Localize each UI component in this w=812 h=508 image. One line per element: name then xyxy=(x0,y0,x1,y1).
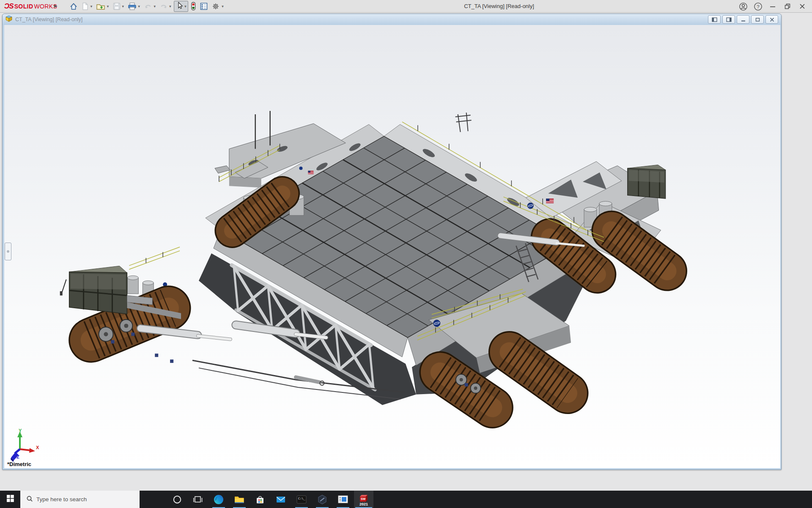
solidworks-logo-mark: ϽS xyxy=(4,2,14,11)
dropdown-arrow-icon[interactable]: ▼ xyxy=(169,5,172,8)
menu-flyout-arrow-icon[interactable]: ▶ xyxy=(54,3,58,8)
search-icon xyxy=(26,495,33,504)
doc-close-button[interactable] xyxy=(765,15,778,24)
windows-logo-icon xyxy=(7,495,14,504)
taskbar-app-edge[interactable] xyxy=(209,491,228,508)
print-icon xyxy=(127,2,137,11)
redo-icon xyxy=(159,2,168,11)
taskbar-app-task-view[interactable] xyxy=(188,491,208,508)
select-tool-button[interactable]: ▼ xyxy=(174,1,189,12)
cmd-prompt-text: C:\_ xyxy=(298,497,306,500)
restore-button[interactable] xyxy=(782,1,793,12)
taskbar-app-cortana[interactable] xyxy=(167,491,187,508)
app-background: CT_TA [Viewing] [Read-only] xyxy=(0,13,812,491)
pane-right-button[interactable] xyxy=(722,15,735,24)
quick-access-toolbar: ▼ ▼ ▼ ▼ ▼ ▼ ▼ ▼ xyxy=(68,0,225,13)
open-folder-icon xyxy=(96,2,106,11)
save-button[interactable]: ▼ xyxy=(111,0,126,12)
open-button[interactable]: ▼ xyxy=(94,0,111,12)
performance-evaluation-button[interactable] xyxy=(189,0,198,12)
new-document-icon xyxy=(81,2,89,11)
solidworks-logo: ϽS SOLIDWORKS xyxy=(4,0,57,13)
save-icon xyxy=(112,2,121,11)
close-button[interactable] xyxy=(797,1,808,12)
taskbar-app-hexagon[interactable] xyxy=(313,491,332,508)
solidworks-year-badge: 2021 xyxy=(359,502,368,506)
display-pane-icon xyxy=(199,2,208,11)
start-button[interactable] xyxy=(0,491,20,508)
dropdown-arrow-icon[interactable]: ▼ xyxy=(90,5,93,8)
print-button[interactable]: ▼ xyxy=(126,0,142,12)
doc-minimize-button[interactable] xyxy=(737,15,749,24)
traffic-light-icon xyxy=(190,1,197,11)
taskbar-app-window[interactable] xyxy=(333,491,353,508)
dropdown-arrow-icon[interactable]: ▼ xyxy=(106,5,110,8)
home-button[interactable] xyxy=(68,0,80,12)
taskbar-app-store[interactable] xyxy=(250,491,270,508)
panel-splitter-handle[interactable] xyxy=(5,243,11,260)
minimize-button[interactable] xyxy=(767,1,778,12)
search-input[interactable] xyxy=(36,496,129,502)
svg-text:?: ? xyxy=(757,4,759,9)
app-titlebar: ϽS SOLIDWORKS ▶ ▼ ▼ ▼ ▼ ▼ ▼ ▼ xyxy=(0,0,812,13)
select-cursor-icon xyxy=(175,1,184,12)
dropdown-arrow-icon[interactable]: ▼ xyxy=(153,5,156,8)
document-titlebar[interactable]: CT_TA [Viewing] [Read-only] xyxy=(3,14,781,25)
doc-restore-button[interactable] xyxy=(751,15,764,24)
display-pane-button[interactable] xyxy=(198,0,210,12)
dropdown-arrow-icon[interactable]: ▼ xyxy=(121,5,125,8)
account-button[interactable] xyxy=(738,1,749,12)
document-title: CT_TA [Viewing] [Read-only] xyxy=(15,17,82,22)
help-button[interactable]: ? xyxy=(752,1,763,12)
dropdown-arrow-icon[interactable]: ▼ xyxy=(184,5,187,8)
triad-z-label: Z xyxy=(16,454,19,459)
taskbar-app-file-explorer[interactable] xyxy=(230,491,249,508)
view-orientation-label: *Dimetric xyxy=(7,461,31,467)
options-button[interactable]: ▼ xyxy=(210,0,225,12)
svg-text:SW: SW xyxy=(361,497,366,500)
taskbar-search[interactable] xyxy=(20,491,140,508)
taskbar-app-mail[interactable] xyxy=(271,491,291,508)
triad-y-label: Y xyxy=(19,428,22,433)
triad-x-label: X xyxy=(36,445,39,450)
assembly-cube-icon xyxy=(5,15,13,24)
dropdown-arrow-icon[interactable]: ▼ xyxy=(137,5,141,8)
undo-icon xyxy=(143,2,153,11)
graphics-viewport[interactable]: Y X Z *Dimetric xyxy=(4,25,780,468)
dropdown-arrow-icon[interactable]: ▼ xyxy=(221,5,224,8)
taskbar-app-solidworks[interactable]: SW2021 xyxy=(354,491,373,508)
new-document-button[interactable]: ▼ xyxy=(80,0,94,12)
pane-left-button[interactable] xyxy=(708,15,721,24)
gear-icon xyxy=(211,2,220,11)
undo-button[interactable]: ▼ xyxy=(142,0,158,12)
crawler-transporter-model xyxy=(4,25,780,468)
redo-button[interactable]: ▼ xyxy=(158,0,173,12)
home-icon xyxy=(69,2,78,11)
document-window: CT_TA [Viewing] [Read-only] xyxy=(2,14,782,470)
windows-taskbar: C:\_ SW2021 9:21 AM 2/19/2021 1 xyxy=(0,491,812,508)
taskbar-app-command-prompt[interactable]: C:\_ xyxy=(292,491,311,508)
app-window-title: CT_TA [Viewing] [Read-only] xyxy=(464,3,534,9)
